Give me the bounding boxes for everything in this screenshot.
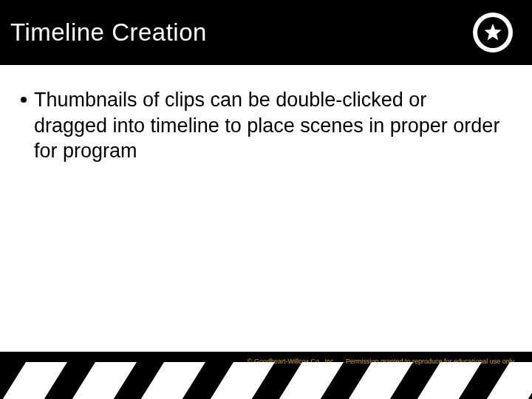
footer-stripes <box>0 362 532 399</box>
bullet-text: Thumbnails of clips can be double-clicke… <box>34 87 502 164</box>
bullet-dot-icon <box>21 97 27 103</box>
stripe-icon <box>335 362 412 399</box>
stripe-icon <box>0 362 66 399</box>
stripe-icon <box>403 362 481 399</box>
svg-marker-0 <box>484 24 501 40</box>
stripe-icon <box>265 362 343 399</box>
stripe-icon <box>473 362 532 399</box>
stripe-icon <box>127 362 205 399</box>
bullet-item: Thumbnails of clips can be double-clicke… <box>21 87 502 164</box>
slide-title: Timeline Creation <box>10 18 207 47</box>
star-badge <box>473 13 513 52</box>
stripe-icon <box>58 362 136 399</box>
title-bar: Timeline Creation <box>0 0 532 65</box>
star-icon <box>477 17 508 48</box>
stripe-icon <box>197 362 274 399</box>
footer-bar: © Goodheart-Willcox Co., Inc.Permission … <box>0 352 532 399</box>
slide: Timeline Creation Thumbnails of clips ca… <box>0 0 532 399</box>
body-content: Thumbnails of clips can be double-clicke… <box>21 87 502 164</box>
